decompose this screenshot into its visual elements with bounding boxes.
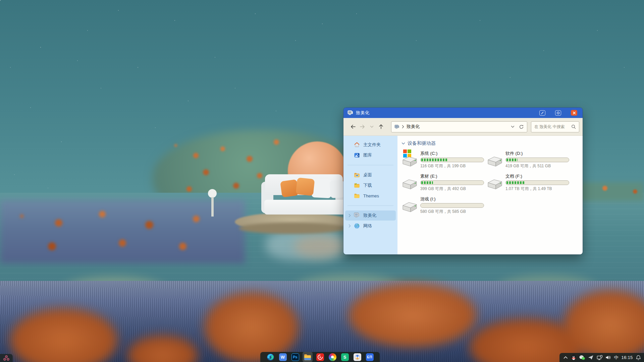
- wallpaper-couch-cushion: [312, 179, 332, 198]
- address-bar[interactable]: 致美化: [391, 121, 527, 132]
- drive-capacity-bar: [505, 158, 569, 162]
- taskbar-app-en[interactable]: ΕΠ: [366, 353, 374, 361]
- drive-capacity-bar: [420, 158, 484, 162]
- s-app-icon: S: [341, 353, 349, 361]
- drive-icon: [486, 150, 504, 167]
- breadcrumb-segment[interactable]: 致美化: [407, 124, 420, 130]
- wallpaper-meadow: [0, 200, 245, 263]
- titlebar[interactable]: 致美化: [343, 108, 583, 118]
- taskbar-app-photoshop[interactable]: Ps: [291, 353, 299, 361]
- up-arrow-icon: [378, 124, 384, 129]
- explorer-window: 致美化: [343, 108, 583, 254]
- sidebar-item-this-pc[interactable]: 致美化: [345, 210, 396, 221]
- drive-item-f[interactable]: 文档 (F:) 1.07 TB 可用，共 1.49 TB: [486, 173, 570, 192]
- back-arrow-icon: [350, 124, 356, 129]
- taskbar-app-netease-music[interactable]: [316, 353, 324, 361]
- home-icon: [354, 142, 360, 148]
- drive-capacity-fill: [421, 181, 433, 184]
- taskbar-app-file-explorer[interactable]: [304, 353, 312, 361]
- taskbar-app-s[interactable]: S: [341, 353, 349, 361]
- drive-detail: 116 GB 可用，共 199 GB: [420, 163, 485, 169]
- ime-indicator[interactable]: 中: [614, 355, 618, 361]
- drive-detail: 580 GB 可用，共 585 GB: [420, 209, 485, 215]
- wallpaper-meadow-flowers: [20, 215, 23, 218]
- taskbar-app-w[interactable]: W: [279, 353, 287, 361]
- drive-grid: 系统 (C:) 116 GB 可用，共 199 GB: [401, 150, 583, 215]
- sidebar-item-home[interactable]: 主文件夹: [345, 140, 396, 150]
- history-dropdown-button[interactable]: [367, 122, 376, 131]
- maximize-button[interactable]: [555, 110, 561, 116]
- taskbar-app-edge[interactable]: [266, 353, 274, 361]
- this-pc-icon: [354, 213, 360, 219]
- back-button[interactable]: [348, 122, 358, 131]
- hard-drive-icon: [486, 156, 503, 167]
- tray-clock[interactable]: 16:15: [621, 355, 633, 360]
- sidebar-item-themes[interactable]: Themes: [345, 191, 396, 201]
- taskbar-app-color-wheel[interactable]: [328, 353, 336, 361]
- search-icon[interactable]: [571, 124, 576, 129]
- sidebar-item-label: 桌面: [363, 172, 372, 178]
- window-title: 致美化: [356, 110, 370, 116]
- qq-icon[interactable]: [571, 354, 576, 361]
- search-box[interactable]: 在 致美化 中搜索: [531, 121, 579, 132]
- wallpaper-couch: [264, 200, 347, 215]
- up-button[interactable]: [376, 122, 386, 131]
- collapse-chevron-icon[interactable]: [401, 142, 405, 145]
- refresh-icon[interactable]: [519, 124, 524, 129]
- color-wheel-icon: [329, 353, 336, 361]
- drive-capacity-fill: [506, 181, 524, 184]
- edge-icon: [267, 353, 274, 361]
- chevron-up-icon[interactable]: [564, 356, 568, 359]
- display-device-icon[interactable]: [597, 355, 602, 360]
- speaker-icon[interactable]: [605, 355, 611, 360]
- wallpaper-pedestal-ball: [208, 189, 217, 198]
- drive-item-c[interactable]: 系统 (C:) 116 GB 可用，共 199 GB: [401, 150, 485, 169]
- notification-bell-icon[interactable]: [636, 355, 641, 360]
- sidebar-separator: [347, 165, 393, 165]
- drive-name: 系统 (C:): [420, 150, 485, 157]
- drive-detail: 399 GB 可用，共 492 GB: [420, 186, 485, 192]
- slash-icon: [541, 111, 544, 115]
- wallpaper-sphere-reflection: [294, 235, 344, 258]
- hard-drive-icon: [401, 201, 418, 213]
- taskbar-app-swirl[interactable]: [353, 353, 361, 361]
- drive-item-d[interactable]: 软件 (D:) 419 GB 可用，共 511 GB: [486, 150, 570, 169]
- sidebar: 主文件夹 图库: [343, 136, 397, 254]
- minimize-button[interactable]: [539, 110, 545, 116]
- wechat-icon[interactable]: [579, 355, 585, 360]
- section-title: 设备和驱动器: [408, 140, 436, 146]
- drive-name: 软件 (D:): [505, 150, 570, 157]
- sidebar-item-label: 主文件夹: [363, 142, 381, 148]
- wallpaper-orange-grass-clump: [205, 292, 299, 362]
- address-dropdown-icon[interactable]: [511, 125, 515, 128]
- hard-drive-icon: [401, 179, 418, 190]
- drive-capacity-bar: [420, 203, 484, 208]
- expand-chevron-icon[interactable]: [345, 214, 354, 217]
- drive-item-i[interactable]: 游戏 (I:) 580 GB 可用，共 585 GB: [401, 196, 485, 215]
- sidebar-item-network[interactable]: 网络: [345, 221, 396, 231]
- forward-button[interactable]: [358, 122, 367, 131]
- taskbar-launcher-segment[interactable]: [0, 354, 13, 362]
- sidebar-item-label: Themes: [363, 193, 379, 198]
- sidebar-item-desktop[interactable]: 桌面: [345, 170, 396, 180]
- close-button[interactable]: [571, 110, 577, 116]
- sidebar-item-downloads[interactable]: 下载: [345, 180, 396, 190]
- photoshop-icon: Ps: [291, 353, 299, 361]
- wallpaper-pedestal: [211, 197, 214, 217]
- file-list-pane: 设备和驱动器: [397, 136, 583, 254]
- sidebar-item-gallery[interactable]: 图库: [345, 150, 396, 160]
- desktop-folder-icon: [354, 172, 360, 178]
- drive-detail: 1.07 TB 可用，共 1.49 TB: [505, 186, 570, 192]
- drive-item-e[interactable]: 素材 (E:) 399 GB 可用，共 492 GB: [401, 173, 485, 192]
- this-pc-icon: [347, 110, 353, 115]
- circle-icon: [556, 111, 560, 115]
- drive-name: 文档 (F:): [505, 173, 570, 179]
- paper-plane-icon[interactable]: [588, 355, 593, 360]
- swirl-logo-icon: [354, 353, 361, 361]
- section-header-devices[interactable]: 设备和驱动器: [401, 140, 583, 146]
- drive-name: 游戏 (I:): [420, 196, 485, 202]
- wallpaper-platform-rim: [239, 223, 346, 234]
- expand-chevron-icon[interactable]: [345, 224, 354, 228]
- this-pc-icon: [394, 125, 399, 129]
- w-app-icon: W: [279, 353, 287, 361]
